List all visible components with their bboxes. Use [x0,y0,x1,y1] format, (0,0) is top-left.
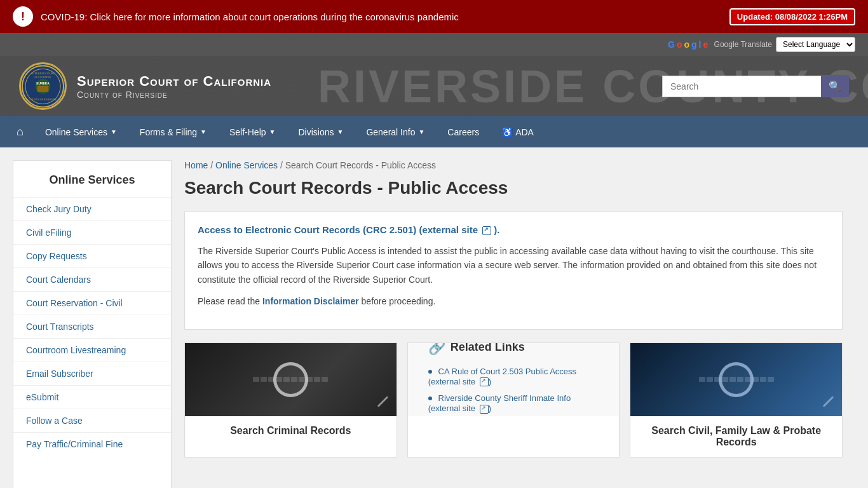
sheriff-link[interactable]: Riverside County Sheriff Inmate Info (ex… [428,393,571,413]
covid-text: COVID-19: Click here for more informatio… [41,11,459,22]
breadcrumb-online-services[interactable]: Online Services [215,160,278,170]
sidebar-item-court-calendars[interactable]: Court Calendars [13,268,171,291]
chevron-down-icon: ▼ [200,128,207,135]
cards-row: Search Criminal Records 🔗 Related Links [184,342,843,458]
nav-home-button[interactable]: ⌂ [6,116,34,147]
navigation: ⌂ Online Services ▼ Forms & Filing ▼ Sel… [0,116,868,147]
svg-text:EUREKA: EUREKA [36,82,50,85]
google-translate-logo: Google Google Translate [668,39,772,50]
info-box: Access to Electronic Court Records (CRC … [184,211,843,330]
card-civil-records[interactable]: Search Civil, Family Law & Probate Recor… [630,342,843,458]
keyboard-visual-civil [630,343,842,416]
related-links-list: CA Rule of Court 2.503 Public Access (ex… [418,366,609,416]
sidebar-item-courtroom-livestreaming[interactable]: Courtroom Livestreaming [13,338,171,362]
sidebar-item-email-subscriber[interactable]: Email Subscriber [13,362,171,385]
card-criminal-image [185,343,397,416]
sidebar-item-follow-a-case[interactable]: Follow a Case [13,409,171,432]
header: RIVERSIDE COUNTY CO SUPERIOR COURT OF CA… [0,56,868,116]
content-area: Online Services Check Jury Duty Civil eF… [0,147,868,488]
alert-icon: ! [13,6,33,27]
card-criminal-title: Search Criminal Records [194,425,388,437]
bullet-icon [428,396,432,400]
sidebar-item-court-transcripts[interactable]: Court Transcripts [13,315,171,338]
related-links-header: 🔗 Related Links [418,343,609,366]
external-link-icon [480,405,489,414]
list-item: CA Rule of Court 2.503 Public Access (ex… [428,366,599,387]
sidebar-item-court-reservation-civil[interactable]: Court Reservation - Civil [13,291,171,315]
list-item: Riverside County Sheriff Inmate Info (ex… [428,393,599,414]
info-description: The Riverside Superior Court's Public Ac… [198,244,829,287]
svg-rect-6 [37,86,49,92]
top-bar: Google Google Translate Select Language … [0,33,868,56]
card-criminal-body: Search Criminal Records [185,416,397,445]
sidebar-item-copy-requests[interactable]: Copy Requests [13,244,171,268]
related-links-title: Related Links [451,343,525,354]
card-related-image: 🔗 Related Links CA Rule of Court 2.503 P… [408,343,620,416]
court-title: Superior Court of California County of R… [77,73,271,100]
header-search: 🔍 [662,75,849,97]
chevron-down-icon: ▼ [337,128,343,135]
breadcrumb: Home / Online Services / Search Court Re… [184,160,843,170]
link-icon: 🔗 [428,343,445,356]
sidebar: Online Services Check Jury Duty Civil eF… [13,160,172,488]
nav-item-ada[interactable]: ♿ ADA [491,118,545,146]
external-link-icon [480,377,489,386]
translate-label: Google Translate [714,40,772,49]
breadcrumb-current: Search Court Records - Public Access [285,160,436,170]
sidebar-item-civil-efiling[interactable]: Civil eFiling [13,220,171,244]
external-link-icon [482,226,491,235]
sidebar-item-esubmit[interactable]: eSubmit [13,385,171,409]
page-title: Search Court Records - Public Access [184,178,843,198]
covid-banner[interactable]: ! COVID-19: Click here for more informat… [0,0,868,33]
nav-item-self-help[interactable]: Self-Help ▼ [218,118,287,146]
court-seal: SUPERIOR COURT OF CALIFORNIA EUREKA COUN… [19,62,67,110]
covid-updated: Updated: 08/08/2022 1:26PM [729,8,855,25]
header-left: SUPERIOR COURT OF CALIFORNIA EUREKA COUN… [19,62,271,110]
search-input[interactable] [662,76,821,97]
nav-item-divisions[interactable]: Divisions ▼ [287,118,355,146]
magnifier-handle-civil [823,396,834,407]
nav-item-online-services[interactable]: Online Services ▼ [34,118,128,146]
sidebar-item-pay-traffic[interactable]: Pay Traffic/Criminal Fine [13,432,171,456]
court-sub-title: County of Riverside [77,90,271,100]
sidebar-title: Online Services [13,173,171,197]
breadcrumb-home[interactable]: Home [184,160,208,170]
svg-text:OF CALIFORNIA: OF CALIFORNIA [34,76,51,79]
card-civil-body: Search Civil, Family Law & Probate Recor… [630,416,842,457]
google-translate-widget: Google Google Translate Select Language … [668,37,855,52]
language-select[interactable]: Select Language Spanish Chinese Vietname… [776,37,855,52]
nav-item-general-info[interactable]: General Info ▼ [355,118,436,146]
ecr-link[interactable]: Access to Electronic Court Records (CRC … [198,224,829,235]
disclaimer-link[interactable]: Information Disclaimer [262,296,359,306]
sidebar-item-check-jury-duty[interactable]: Check Jury Duty [13,197,171,220]
nav-item-forms-filing[interactable]: Forms & Filing ▼ [128,118,218,146]
ca-rule-link[interactable]: CA Rule of Court 2.503 Public Access (ex… [428,367,576,386]
info-disclaimer-text: Please read the Information Disclaimer b… [198,294,829,308]
keyboard-visual [185,343,397,416]
card-criminal-records[interactable]: Search Criminal Records [184,342,397,458]
svg-text:COUNTY OF RIVERSIDE: COUNTY OF RIVERSIDE [29,97,57,100]
accessibility-icon: ♿ [502,127,513,137]
chevron-down-icon: ▼ [418,128,424,135]
bullet-icon [428,370,432,374]
nav-item-careers[interactable]: Careers [436,118,491,146]
search-button[interactable]: 🔍 [821,75,849,97]
card-related-links: 🔗 Related Links CA Rule of Court 2.503 P… [407,342,620,458]
main-content: Home / Online Services / Search Court Re… [172,160,855,488]
court-main-title: Superior Court of California [77,73,271,90]
card-civil-title: Search Civil, Family Law & Probate Recor… [639,425,833,448]
magnifier-handle [377,396,388,407]
card-civil-image [630,343,842,416]
magnifier-circle [273,362,308,397]
svg-text:SUPERIOR COURT: SUPERIOR COURT [31,72,55,75]
chevron-down-icon: ▼ [269,128,276,135]
chevron-down-icon: ▼ [111,128,117,135]
magnifier-circle-civil [719,362,754,397]
